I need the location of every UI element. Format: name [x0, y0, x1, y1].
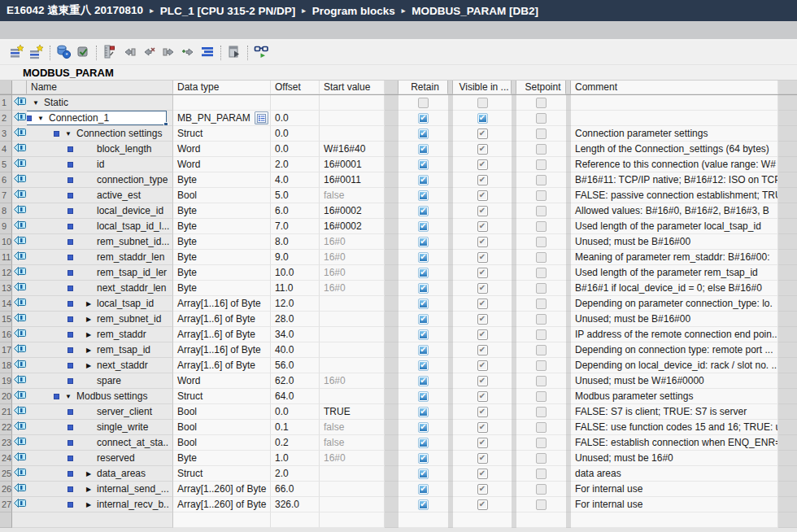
comment-cell[interactable]: Modbus parameter settings [571, 389, 778, 404]
table-row[interactable]: 10rem_subnet_id...Byte8.016#0✔✔Unused; m… [0, 234, 797, 250]
comment-cell[interactable]: For internal use [571, 482, 778, 497]
name-cell[interactable]: server_client [27, 404, 173, 420]
retain-checkbox[interactable]: ✔ [418, 113, 429, 124]
collapse-icon[interactable]: ▼ [63, 393, 74, 400]
start-value-cell[interactable]: false [320, 435, 385, 451]
row-number[interactable]: 14 [0, 296, 12, 312]
name-cell[interactable]: connect_at_sta.. [27, 435, 173, 451]
row-number[interactable]: 18 [0, 358, 12, 373]
comment-cell[interactable]: Meaning of parameter rem_staddr: B#16#00… [571, 250, 778, 265]
table-row[interactable]: 19spareWord62.016#0✔✔Unused; must be W#1… [0, 373, 797, 389]
data-type-cell[interactable]: Bool [173, 188, 271, 203]
name-cell[interactable]: rem_staddr_len [27, 250, 173, 265]
table-row[interactable]: 23connect_at_sta..Bool0.2false✔✔FALSE: e… [0, 435, 797, 451]
comment-cell[interactable]: Connection parameter settings [571, 126, 778, 142]
comment-cell[interactable]: Allowed values: B#16#0, B#16#2, B#16#3, … [571, 203, 778, 219]
comment-cell[interactable]: Unused; must be W#16#0000 [571, 373, 778, 389]
table-row[interactable]: 12rem_tsap_id_lerByte10.016#0✔✔Used leng… [0, 265, 797, 281]
table-row[interactable]: 16▶rem_staddrArray[1..6] of Byte34.0✔✔IP… [0, 327, 797, 342]
row-number[interactable]: 13 [0, 281, 12, 296]
comment-cell[interactable]: data areas [571, 466, 778, 482]
table-row[interactable]: 7active_estBool5.0false✔✔FALSE: passive … [0, 188, 797, 203]
offset-cell[interactable]: 0.1 [271, 420, 320, 435]
name-cell[interactable]: next_staddr_len [27, 281, 173, 296]
retain-checkbox[interactable]: ✔ [418, 252, 429, 263]
row-number[interactable]: 6 [0, 172, 12, 188]
data-type-cell[interactable]: Array[1..6] of Byte [173, 358, 271, 373]
name-cell[interactable]: ▶data_areas [27, 466, 173, 482]
offset-cell[interactable]: 0.0 [271, 142, 320, 157]
table-row[interactable]: 14▶local_tsap_idArray[1..16] of Byte12.0… [0, 296, 797, 312]
data-type-cell[interactable]: Byte [173, 172, 271, 188]
table-row[interactable]: 17▶rem_tsap_idArray[1..16] of Byte40.0✔✔… [0, 342, 797, 358]
data-type-cell[interactable]: Byte [173, 234, 271, 250]
keep-actual-values-button[interactable]: * [54, 43, 73, 63]
name-cell[interactable]: local_tsap_id_l... [27, 219, 173, 234]
table-row[interactable]: 25▶data_areasStruct2.0✔✔data areas [0, 466, 797, 482]
row-number[interactable]: 9 [0, 219, 12, 234]
retain-checkbox[interactable]: ✔ [418, 159, 429, 170]
comment-cell[interactable]: Reference to this connection (value rang… [571, 157, 778, 172]
row-number[interactable]: 8 [0, 203, 12, 219]
retain-checkbox[interactable]: ✔ [418, 407, 429, 417]
retain-checkbox[interactable]: ✔ [418, 391, 429, 402]
comment-cell[interactable]: B#16#11: TCP/IP native; B#16#12: ISO on … [571, 172, 778, 188]
table-row[interactable]: 18▶next_staddrArray[1..6] of Byte56.0✔✔D… [0, 358, 797, 373]
comment-cell[interactable] [571, 111, 778, 126]
collapse-icon[interactable]: ▼ [35, 115, 46, 122]
expand-icon[interactable]: ▶ [83, 501, 94, 508]
start-value-cell[interactable] [320, 466, 385, 482]
offset-cell[interactable]: 11.0 [271, 281, 320, 296]
breadcrumb-item[interactable]: MODBUS_PARAM [DB2] [412, 5, 538, 17]
table-row[interactable]: 1▼Static [0, 95, 797, 111]
retain-checkbox[interactable]: ✔ [418, 175, 429, 185]
row-number[interactable]: 10 [0, 234, 12, 250]
start-value-cell[interactable]: 16#0 [320, 265, 385, 281]
expand-icon[interactable]: ▶ [83, 347, 94, 354]
retain-checkbox[interactable]: ✔ [418, 376, 429, 386]
insert-row-button[interactable] [7, 43, 27, 63]
data-type-cell[interactable]: Byte [173, 265, 271, 281]
expand-icon[interactable]: ▶ [83, 470, 94, 477]
comment-cell[interactable]: FALSE: S7 is client; TRUE: S7 is server [571, 404, 778, 420]
row-number[interactable]: 25 [0, 466, 12, 482]
start-value-cell[interactable] [320, 358, 385, 373]
row-number[interactable]: 17 [0, 342, 12, 358]
row-number[interactable]: 24 [0, 451, 12, 466]
offset-cell[interactable]: 8.0 [271, 234, 320, 250]
offset-cell[interactable]: 4.0 [271, 172, 320, 188]
offset-cell[interactable]: 0.0 [271, 404, 320, 420]
row-number[interactable]: 16 [0, 327, 12, 342]
retain-checkbox[interactable]: ✔ [418, 422, 429, 433]
data-type-cell[interactable]: Byte [173, 219, 271, 234]
monitor-all-button[interactable] [251, 43, 271, 63]
header-comment[interactable]: Comment [571, 81, 778, 94]
data-type-cell[interactable]: Array[1..260] of Byte [173, 482, 271, 497]
retain-checkbox[interactable]: ✔ [418, 329, 429, 340]
start-value-cell[interactable] [320, 389, 385, 404]
row-number[interactable]: 4 [0, 142, 12, 157]
header-data-type[interactable]: Data type [173, 81, 271, 94]
table-row[interactable]: 11rem_staddr_lenByte9.016#0✔✔Meaning of … [0, 250, 797, 265]
snapshot-button[interactable] [73, 43, 93, 63]
table-row[interactable]: 5idWord2.016#0001✔✔Reference to this con… [0, 157, 797, 172]
offset-cell[interactable]: 0.2 [271, 435, 320, 451]
retain-checkbox[interactable]: ✔ [418, 144, 429, 155]
table-row[interactable]: 6connection_typeByte4.016#0011✔✔B#16#11:… [0, 172, 797, 188]
header-retain[interactable]: Retain [398, 81, 448, 94]
download-without-reinit-button[interactable] [224, 43, 244, 63]
data-type-cell[interactable]: Array[1..16] of Byte [173, 342, 271, 358]
data-type-cell[interactable] [173, 95, 271, 111]
start-value-cell[interactable] [320, 111, 385, 126]
data-type-cell[interactable]: Array[1..260] of Byte [173, 497, 271, 512]
retain-checkbox[interactable]: ✔ [418, 345, 429, 355]
add-row-button[interactable] [27, 43, 46, 63]
comment-cell[interactable]: Depending on connection type: remote por… [571, 342, 778, 358]
start-value-cell[interactable] [320, 296, 385, 312]
breadcrumb-item[interactable]: PLC_1 [CPU 315-2 PN/DP] [160, 5, 296, 17]
comment-cell[interactable]: Length of the Connection_settings (64 by… [571, 142, 778, 157]
name-cell[interactable]: ▶rem_subnet_id [27, 312, 173, 327]
start-value-cell[interactable]: 16#0002 [320, 203, 385, 219]
expand-icon[interactable]: ▶ [83, 362, 94, 369]
data-type-cell[interactable]: Struct [173, 126, 271, 142]
